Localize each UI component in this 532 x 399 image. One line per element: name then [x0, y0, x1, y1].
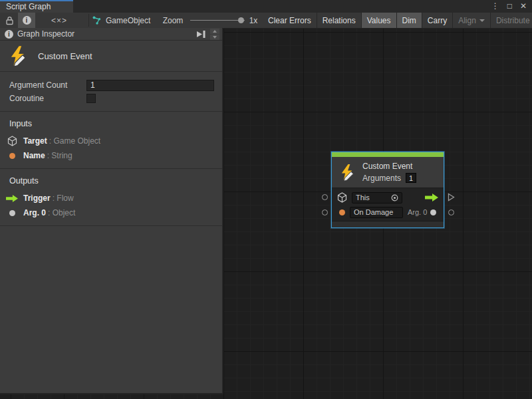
- clear-errors-button[interactable]: Clear Errors: [263, 13, 317, 28]
- graph-target-button[interactable]: GameObject: [92, 13, 158, 28]
- output-port-trigger[interactable]: [448, 193, 455, 201]
- output-row-trigger: Trigger : Flow: [0, 191, 222, 205]
- relations-button[interactable]: Relations: [317, 13, 361, 28]
- node-row-target: This: [332, 190, 444, 205]
- node-footer: [332, 221, 444, 227]
- inspector-toggle-button[interactable]: i: [18, 13, 35, 28]
- input-row-name: Name : String: [0, 148, 222, 163]
- inspector-scroll-buttons: [210, 29, 219, 40]
- triangle-up-icon: [213, 30, 217, 33]
- output-row-arg0: Arg. 0 : Object: [0, 205, 222, 220]
- object-picker-icon[interactable]: [391, 194, 398, 201]
- zoom-slider-track[interactable]: [190, 20, 245, 21]
- zoom-label: Zoom: [160, 13, 186, 28]
- node-arguments-label: Arguments: [362, 174, 401, 183]
- tab-title: Script Graph: [6, 2, 51, 11]
- custom-event-icon: [7, 45, 29, 67]
- argument-count-row: Argument Count: [0, 78, 222, 92]
- custom-event-node[interactable]: Custom Event Arguments 1 This: [331, 152, 444, 228]
- window-controls: ⋮ □ ✕: [491, 0, 527, 13]
- window-menu-icon[interactable]: ⋮: [491, 0, 499, 13]
- inputs-heading: Inputs: [0, 116, 222, 134]
- game-object-icon: [7, 136, 17, 146]
- flow-arrow-icon: [425, 194, 438, 201]
- maximize-icon[interactable]: □: [507, 0, 512, 13]
- outputs-heading: Outputs: [0, 174, 222, 191]
- triangle-down-icon: [213, 36, 217, 39]
- code-icon: <×>: [51, 16, 67, 25]
- event-name-field[interactable]: On Damage: [350, 207, 403, 218]
- lock-button[interactable]: [1, 13, 17, 28]
- chevron-down-icon: [479, 19, 485, 22]
- node-row-name: On Damage Arg. 0: [332, 205, 444, 219]
- graph-target-label: GameObject: [106, 16, 150, 25]
- graph-inspector-panel: i Graph Inspector Custom Event Argument …: [0, 28, 223, 394]
- carry-button[interactable]: Carry: [422, 13, 452, 28]
- inputs-section: Inputs Target : Game Object Name : Strin…: [0, 112, 222, 169]
- node-title: Custom Event: [362, 162, 416, 171]
- node-header[interactable]: Custom Event Arguments 1: [332, 157, 444, 188]
- zoom-slider-handle[interactable]: [238, 17, 244, 23]
- lock-icon: [5, 16, 14, 25]
- inspector-header: i Graph Inspector: [0, 28, 222, 41]
- argument-count-label: Argument Count: [9, 80, 86, 90]
- output-port-arg0[interactable]: [448, 209, 454, 215]
- arg0-label: Arg. 0: [408, 208, 427, 216]
- coroutine-row: Coroutine: [0, 92, 222, 105]
- scroll-down-button[interactable]: [210, 35, 219, 40]
- string-port-icon: [9, 153, 15, 159]
- unit-properties: Argument Count Coroutine: [0, 72, 222, 112]
- input-port-name[interactable]: [322, 209, 328, 215]
- align-dropdown[interactable]: Align: [453, 13, 490, 28]
- values-button[interactable]: Values: [362, 13, 396, 28]
- game-object-icon: [337, 192, 347, 203]
- target-field[interactable]: This: [352, 192, 402, 203]
- graph-toolbar: i <×> GameObject Zoom 1x Clear Errors Re…: [0, 13, 532, 29]
- object-port-icon: [9, 210, 15, 216]
- zoom-value: 1x: [246, 13, 261, 28]
- inspected-unit-header: Custom Event: [0, 41, 222, 72]
- coroutine-label: Coroutine: [9, 94, 86, 103]
- info-icon: i: [5, 30, 13, 39]
- info-icon: i: [23, 16, 31, 25]
- close-icon[interactable]: ✕: [520, 0, 527, 13]
- inspected-unit-title: Custom Event: [38, 51, 92, 61]
- tab-script-graph[interactable]: Script Graph: [0, 0, 73, 13]
- script-graph-icon: [92, 15, 102, 25]
- custom-event-icon: [338, 164, 356, 182]
- input-port-target[interactable]: [322, 194, 328, 200]
- input-row-target: Target : Game Object: [0, 134, 222, 148]
- toolbar-separator: [88, 14, 89, 27]
- node-arguments-field[interactable]: 1: [406, 173, 416, 183]
- window-tab-strip: Script Graph ⋮ □ ✕: [0, 0, 532, 13]
- dim-button[interactable]: Dim: [397, 13, 422, 28]
- string-port-icon: [339, 209, 345, 215]
- distribute-dropdown[interactable]: Distribute: [491, 13, 532, 28]
- code-preview-button[interactable]: <×>: [48, 13, 70, 28]
- flow-arrow-icon: [6, 195, 18, 202]
- scroll-up-button[interactable]: [210, 29, 219, 34]
- toolbar-right-buttons: Clear Errors Relations Values Dim Carry …: [263, 13, 532, 28]
- object-port-icon: [430, 209, 436, 215]
- event-color-bar: [332, 152, 444, 157]
- dock-panel-icon[interactable]: [196, 30, 206, 39]
- node-body: This On Damage Arg. 0: [332, 188, 444, 219]
- outputs-section: Outputs Trigger : Flow Arg. 0 : Object: [0, 169, 222, 226]
- argument-count-input[interactable]: [86, 80, 214, 91]
- inspector-title: Graph Inspector: [17, 29, 192, 39]
- coroutine-checkbox[interactable]: [86, 94, 96, 103]
